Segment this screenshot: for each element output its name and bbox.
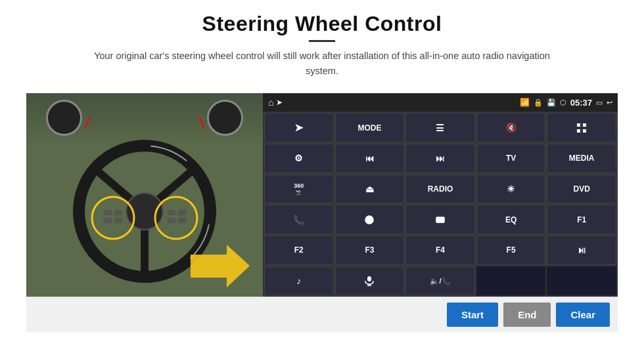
gauge-right: [207, 100, 243, 136]
steering-wheel-image: [26, 93, 263, 297]
home-icon[interactable]: ⌂: [268, 97, 273, 108]
svg-rect-8: [104, 210, 112, 215]
page-title: Steering Wheel Control: [92, 12, 552, 36]
svg-rect-28: [367, 276, 371, 282]
grid-btn-r4c2[interactable]: [335, 205, 405, 234]
status-bar: ⌂ ➤ 📶 🔒 💾 ⬡ 05:37 ▭ ↩: [263, 93, 618, 112]
grid-btn-r3c5[interactable]: DVD: [547, 175, 616, 204]
page-container: Steering Wheel Control Your original car…: [0, 0, 644, 357]
grid-btn-r2c3[interactable]: ⏭: [405, 144, 475, 173]
grid-btn-r1c1[interactable]: ➤: [264, 113, 334, 142]
sd-icon: 💾: [547, 98, 556, 107]
svg-rect-10: [114, 210, 122, 215]
subtitle: Your original car's steering wheel contr…: [92, 49, 552, 79]
grid-btn-r5c2[interactable]: F3: [335, 236, 405, 265]
svg-rect-27: [436, 217, 444, 222]
grid-btn-r6c3[interactable]: 🔈/📞: [405, 266, 475, 296]
title-section: Steering Wheel Control Your original car…: [92, 12, 552, 79]
nav-icon[interactable]: ➤: [276, 98, 283, 107]
grid-btn-r5c4[interactable]: F5: [476, 236, 546, 265]
svg-point-22: [368, 219, 371, 221]
grid-btn-r1c3[interactable]: ☰: [405, 113, 475, 142]
grid-btn-r3c2[interactable]: ⏏: [335, 175, 405, 204]
svg-rect-13: [168, 218, 175, 223]
svg-marker-16: [191, 245, 250, 287]
svg-rect-17: [577, 123, 580, 127]
grid-btn-r2c1[interactable]: ⚙: [264, 144, 334, 173]
grid-btn-r4c1[interactable]: 📞: [264, 205, 334, 234]
screen-icon: ▭: [596, 98, 603, 107]
grid-btn-r2c4[interactable]: TV: [476, 144, 546, 173]
grid-btn-r3c1[interactable]: 360📷: [264, 175, 334, 204]
grid-btn-r5c3[interactable]: F4: [405, 236, 475, 265]
svg-rect-20: [583, 129, 586, 133]
grid-btn-r4c3[interactable]: [405, 205, 475, 234]
lock-icon: 🔒: [534, 98, 543, 107]
grid-btn-r1c4[interactable]: 🔇: [476, 113, 546, 142]
start-button[interactable]: Start: [447, 303, 498, 327]
svg-rect-11: [114, 218, 122, 223]
grid-btn-empty-0: [476, 266, 546, 296]
grid-btn-r6c2[interactable]: [335, 266, 405, 296]
status-right: 📶 🔒 💾 ⬡ 05:37 ▭ ↩: [520, 98, 612, 108]
bluetooth-icon: ⬡: [560, 98, 566, 107]
time-display: 05:37: [570, 98, 592, 108]
svg-rect-19: [577, 129, 580, 133]
svg-rect-9: [104, 218, 112, 223]
svg-rect-14: [178, 210, 186, 215]
grid-btn-r1c2[interactable]: MODE: [335, 113, 405, 142]
grid-btn-r3c3[interactable]: RADIO: [405, 175, 475, 204]
svg-rect-18: [583, 123, 586, 127]
grid-btn-r4c5[interactable]: F1: [547, 205, 616, 234]
bottom-bar: Start End Clear: [26, 297, 618, 332]
grid-btn-r3c4[interactable]: ☀: [476, 175, 546, 204]
title-divider: [309, 40, 335, 42]
grid-btn-r2c2[interactable]: ⏮: [335, 144, 405, 173]
control-grid: ➤MODE☰🔇⚙⏮⏭TVMEDIA360📷⏏RADIO☀DVD📞EQF1F2F3…: [263, 112, 618, 297]
status-left: ⌂ ➤: [268, 97, 283, 108]
control-panel: ⌂ ➤ 📶 🔒 💾 ⬡ 05:37 ▭ ↩ ➤MODE☰🔇⚙⏮⏭TVMEDIA3…: [263, 93, 618, 297]
grid-btn-r6c1[interactable]: ♪: [264, 266, 334, 296]
wifi-icon: 📶: [520, 98, 530, 107]
svg-rect-15: [178, 218, 186, 223]
content-row: ⌂ ➤ 📶 🔒 💾 ⬡ 05:37 ▭ ↩ ➤MODE☰🔇⚙⏮⏭TVMEDIA3…: [26, 93, 618, 297]
grid-btn-r5c5[interactable]: ⏯: [547, 236, 616, 265]
svg-rect-12: [168, 210, 175, 215]
svg-point-5: [126, 193, 163, 230]
grid-btn-r1c5[interactable]: [547, 113, 616, 142]
gauge-left: [46, 100, 82, 136]
end-button[interactable]: End: [503, 303, 551, 327]
back-icon[interactable]: ↩: [607, 98, 612, 107]
clear-button[interactable]: Clear: [556, 303, 610, 327]
grid-btn-r2c5[interactable]: MEDIA: [547, 144, 616, 173]
grid-btn-empty-1: [547, 266, 616, 296]
arrow-indicator: [191, 245, 250, 290]
grid-btn-r5c1[interactable]: F2: [264, 236, 334, 265]
grid-btn-r4c4[interactable]: EQ: [476, 205, 546, 234]
